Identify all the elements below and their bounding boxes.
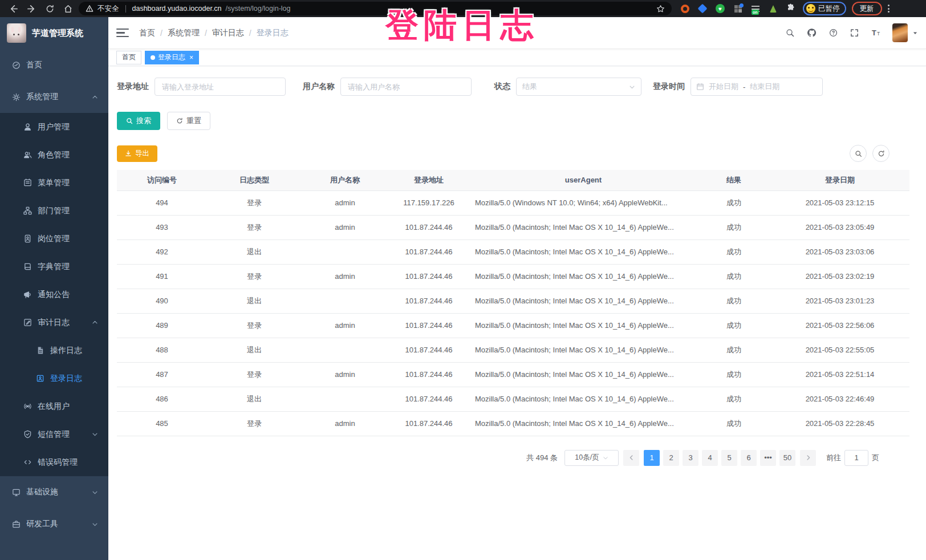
sidebar-item-登录日志[interactable]: 登录日志 — [0, 364, 108, 392]
sidebar-item-操作日志[interactable]: 操作日志 — [0, 336, 108, 364]
breadcrumb-item-审计日志[interactable]: 审计日志 — [212, 28, 244, 38]
font-size-icon[interactable]: TT — [871, 28, 881, 38]
breadcrumb-item-系统管理[interactable]: 系统管理 — [168, 28, 200, 38]
cell-登录日期: 2021-05-03 22:55:05 — [770, 338, 909, 362]
sidebar-item-label: 系统管理 — [26, 92, 58, 102]
column-header-结果: 结果 — [697, 170, 770, 190]
browser-update-button[interactable]: 更新 — [852, 2, 882, 15]
breadcrumb-item-首页[interactable]: 首页 — [139, 28, 155, 38]
tag-首页[interactable]: 首页 — [116, 51, 141, 64]
page-unit-label: 页 — [872, 453, 879, 463]
refresh-table-button[interactable] — [872, 145, 890, 162]
warning-icon — [86, 5, 94, 13]
sidebar-item-label: 字典管理 — [38, 262, 70, 272]
puzzle-ext-icon[interactable] — [786, 3, 796, 14]
sidebar-item-研发工具[interactable]: 研发工具 — [0, 508, 108, 540]
more-pages-button[interactable]: ••• — [760, 450, 776, 466]
green-heart-ext-icon[interactable]: ♥ — [715, 3, 725, 14]
sidebar-item-系统管理[interactable]: 系统管理 — [0, 81, 108, 113]
login-address-input[interactable] — [155, 78, 286, 96]
breadcrumb-item-登录日志: 登录日志 — [257, 28, 289, 38]
blue-gem-ext-icon[interactable] — [697, 3, 708, 14]
bookmark-star-icon[interactable] — [656, 5, 665, 13]
page-button-5[interactable]: 5 — [721, 450, 737, 466]
search-icon[interactable] — [786, 29, 794, 37]
paused-extension-pill[interactable]: 已暂停 — [803, 2, 846, 15]
plant-ext-icon[interactable] — [768, 3, 778, 14]
table-row: 490退出101.87.244.46Mozilla/5.0 (Macintosh… — [117, 289, 909, 313]
grid-dot-ext-icon[interactable] — [733, 3, 743, 14]
list-on-ext-icon[interactable]: on — [750, 3, 761, 14]
login-time-range-picker[interactable]: 开始日期 - 结束日期 — [691, 78, 823, 96]
login-time-label: 登录时间 — [653, 82, 685, 92]
sidebar-item-在线用户[interactable]: 在线用户 — [0, 392, 108, 420]
sidebar-item-岗位管理[interactable]: 岗位管理 — [0, 225, 108, 253]
cell-登录地址: 101.87.244.46 — [388, 411, 469, 436]
reload-icon[interactable] — [44, 3, 55, 14]
github-icon[interactable] — [807, 28, 817, 38]
search-button[interactable]: 搜索 — [117, 112, 160, 130]
sidebar-item-label: 登录日志 — [50, 374, 82, 384]
sidebar-item-基础设施[interactable]: 基础设施 — [0, 476, 108, 508]
avatar-caret-down-icon[interactable] — [912, 30, 918, 36]
sidebar-item-错误码管理[interactable]: 错误码管理 — [0, 448, 108, 476]
toggle-search-button[interactable] — [850, 145, 867, 162]
browser-menu-icon[interactable] — [888, 5, 890, 13]
forward-icon[interactable] — [26, 3, 36, 14]
sidebar-item-部门管理[interactable]: 部门管理 — [0, 197, 108, 225]
sidebar-item-label: 在线用户 — [38, 401, 70, 412]
users-icon — [23, 151, 32, 159]
page-button-50[interactable]: 50 — [779, 450, 795, 466]
tag-close-icon[interactable]: × — [189, 54, 193, 61]
page-size-select[interactable]: 10条/页 — [564, 450, 619, 466]
export-button[interactable]: 导出 — [117, 145, 157, 162]
sidebar-item-label: 操作日志 — [50, 346, 82, 356]
username-input[interactable] — [340, 78, 472, 96]
sidebar-item-角色管理[interactable]: 角色管理 — [0, 141, 108, 169]
page-button-3[interactable]: 3 — [683, 450, 698, 466]
reset-button[interactable]: 重置 — [167, 112, 210, 130]
svg-text:T: T — [872, 29, 876, 37]
emoji-face-icon — [806, 4, 815, 13]
status-select[interactable]: 结果 — [516, 78, 641, 96]
tag-登录日志[interactable]: 登录日志× — [145, 51, 199, 64]
page-button-2[interactable]: 2 — [663, 450, 679, 466]
next-page-button[interactable] — [800, 450, 816, 466]
sidebar-item-label: 短信管理 — [38, 429, 70, 440]
hamburger-icon[interactable] — [116, 29, 129, 38]
goto-page-input[interactable] — [844, 450, 868, 466]
online-users-icon — [23, 402, 32, 411]
page-button-6[interactable]: 6 — [741, 450, 757, 466]
sidebar-item-菜单管理[interactable]: 菜单管理 — [0, 169, 108, 197]
breadcrumb: 首页/系统管理/审计日志/登录日志 — [139, 28, 289, 38]
sidebar-item-通知公告[interactable]: 通知公告 — [0, 281, 108, 309]
cell-结果: 成功 — [697, 362, 770, 387]
sidebar-item-首页[interactable]: 首页 — [0, 49, 108, 81]
prev-page-button[interactable] — [623, 450, 639, 466]
page-button-4[interactable]: 4 — [702, 450, 718, 466]
sidebar-item-label: 部门管理 — [38, 206, 70, 216]
address-bar[interactable]: 不安全 dashboard.yudao.iocoder.cn/system/lo… — [79, 2, 672, 15]
back-icon[interactable] — [8, 3, 18, 14]
fullscreen-icon[interactable] — [850, 29, 859, 37]
cell-userAgent: Mozilla/5.0 (Macintosh; Intel Mac OS X 1… — [469, 313, 697, 338]
docs-icon[interactable] — [829, 29, 838, 37]
start-date-placeholder: 开始日期 — [709, 82, 738, 92]
app-logo-row[interactable]: 芋道管理系统 — [0, 17, 108, 49]
cell-用户名称: admin — [302, 190, 388, 215]
sidebar-item-审计日志[interactable]: 审计日志 — [0, 309, 108, 336]
sidebar-menu: 首页系统管理用户管理角色管理菜单管理部门管理岗位管理字典管理通知公告审计日志操作… — [0, 49, 108, 540]
page-button-1[interactable]: 1 — [644, 450, 660, 466]
home-icon[interactable] — [63, 3, 73, 14]
orange-ring-ext-icon[interactable] — [680, 3, 690, 14]
login-address-label: 登录地址 — [117, 82, 149, 92]
sidebar-item-label: 用户管理 — [38, 122, 70, 132]
cell-登录地址: 101.87.244.46 — [388, 264, 469, 289]
user-avatar[interactable] — [892, 23, 908, 42]
sidebar-item-用户管理[interactable]: 用户管理 — [0, 113, 108, 141]
cell-访问编号: 486 — [117, 387, 207, 411]
sidebar-item-字典管理[interactable]: 字典管理 — [0, 253, 108, 281]
tag-dot — [151, 55, 155, 60]
sidebar-item-短信管理[interactable]: 短信管理 — [0, 420, 108, 448]
breadcrumb-separator: / — [205, 29, 207, 38]
